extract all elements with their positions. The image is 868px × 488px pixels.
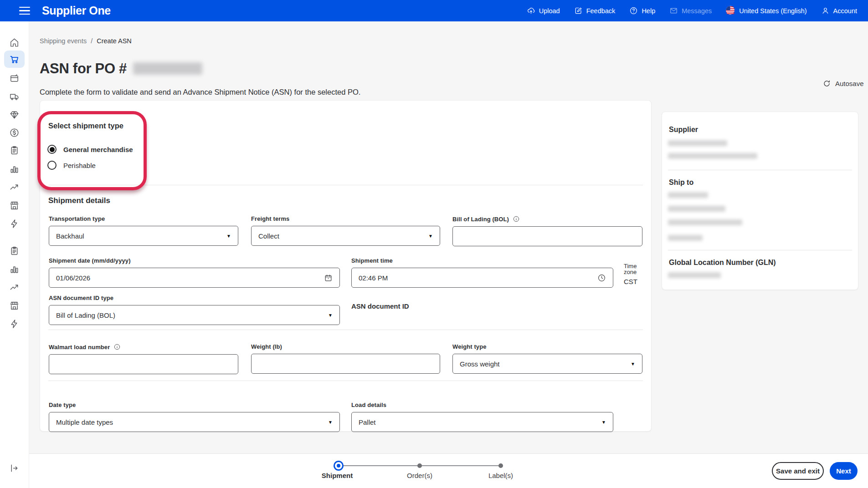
breadcrumb-create-asn: Create ASN	[97, 37, 132, 45]
info-icon[interactable]	[113, 343, 121, 351]
package-icon	[9, 73, 20, 83]
sidebar-item-clipboard[interactable]	[9, 145, 20, 156]
diamond-icon	[9, 110, 20, 120]
asn-document-id-type-select[interactable]: Bill of Lading (BOL) ▼	[49, 305, 340, 325]
step-dot-shipment[interactable]	[334, 461, 344, 471]
help-button[interactable]: Help	[629, 6, 655, 15]
sidebar	[0, 21, 29, 488]
account-icon	[821, 6, 830, 15]
freight-terms-select[interactable]: Collect ▼	[251, 226, 440, 246]
shipment-details-heading: Shipment details	[48, 196, 110, 205]
sidebar-item-cart[interactable]	[9, 54, 20, 65]
weight-type-select[interactable]: Gross weight ▼	[452, 354, 642, 374]
sidebar-item-truck[interactable]	[9, 92, 20, 102]
chevron-down-icon: ▼	[226, 234, 231, 239]
sidebar-item-bar-chart[interactable]	[9, 164, 20, 174]
supplier-heading: Supplier	[669, 126, 698, 134]
sidebar-item-diamond[interactable]	[9, 110, 20, 120]
asn-form-card: Select shipment type General merchandise…	[40, 100, 652, 432]
sidebar-item-bar-chart-2[interactable]	[9, 264, 20, 274]
cloud-upload-icon	[527, 6, 535, 15]
sidebar-item-trend[interactable]	[9, 182, 20, 193]
chevron-down-icon: ▼	[428, 234, 433, 239]
redacted-gln-value	[668, 272, 721, 278]
chevron-down-icon: ▼	[601, 420, 606, 425]
section-divider	[48, 330, 643, 330]
us-flag-icon	[726, 6, 735, 15]
bar-chart-icon	[9, 264, 20, 274]
weight-type-field: Weight type Gross weight ▼	[452, 343, 642, 374]
radio-perishable[interactable]: Perishable	[47, 161, 96, 170]
walmart-load-number-field: Walmart load number	[49, 343, 238, 374]
redacted-supplier-id	[668, 153, 757, 159]
step-dot-labels[interactable]	[498, 463, 503, 468]
next-button[interactable]: Next	[830, 462, 858, 480]
upload-button[interactable]: Upload	[527, 6, 560, 15]
cart-icon	[9, 54, 20, 65]
sidebar-item-lightning-2[interactable]	[9, 319, 20, 329]
shipment-time-input[interactable]: 02:46 PM	[351, 268, 613, 288]
calendar-icon[interactable]	[324, 274, 333, 282]
store-icon	[9, 300, 20, 311]
sidebar-item-home[interactable]	[9, 37, 20, 48]
locale-selector[interactable]: United States (English)	[726, 6, 806, 15]
redacted-po-number	[133, 62, 202, 75]
trend-arrow-icon	[9, 182, 20, 193]
shipment-time-field: Shipment time 02:46 PM	[351, 257, 613, 288]
messages-button[interactable]: Messages	[669, 6, 712, 15]
freight-terms-field: Freight terms Collect ▼	[251, 215, 440, 246]
breadcrumb-separator: /	[91, 37, 92, 45]
transportation-type-select[interactable]: Backhaul ▼	[49, 226, 238, 246]
date-type-field: Date type Multiple date types ▼	[49, 402, 340, 432]
save-and-exit-button[interactable]: Save and exit	[772, 462, 824, 480]
lightning-icon	[9, 319, 20, 329]
sidebar-item-clipboard-2[interactable]	[9, 246, 20, 256]
feedback-button[interactable]: Feedback	[574, 6, 616, 15]
collapse-panel-icon	[9, 463, 20, 473]
trend-arrow-icon	[9, 282, 20, 293]
walmart-load-number-input[interactable]	[49, 354, 238, 374]
shipment-date-input[interactable]: 01/06/2026	[49, 268, 340, 288]
radio-general-merchandise[interactable]: General merchandise	[47, 145, 133, 154]
sidebar-item-payments[interactable]	[9, 127, 20, 138]
load-details-select[interactable]: Pallet ▼	[351, 412, 613, 432]
asn-document-id-label: ASN document ID	[351, 302, 409, 310]
transportation-type-field: Transportation type Backhaul ▼	[49, 215, 238, 246]
menu-button[interactable]	[19, 7, 30, 15]
account-button[interactable]: Account	[821, 6, 857, 15]
bottom-action-bar: Shipment Order(s) Label(s) Save and exit…	[29, 453, 868, 488]
redacted-supplier-name	[668, 140, 727, 146]
sidebar-item-lightning[interactable]	[9, 219, 20, 229]
sidebar-item-store[interactable]	[9, 200, 20, 211]
bar-chart-icon	[9, 164, 20, 174]
date-type-select[interactable]: Multiple date types ▼	[49, 412, 340, 432]
bill-of-lading-input[interactable]	[452, 226, 642, 246]
collapse-sidebar-button[interactable]	[9, 463, 20, 473]
top-nav: Upload Feedback Help Messages United Sta…	[527, 6, 857, 15]
shipment-type-heading: Select shipment type	[48, 122, 123, 130]
asn-document-id-type-field: ASN document ID type Bill of Lading (BOL…	[49, 295, 340, 325]
step-dot-orders[interactable]	[417, 463, 422, 468]
brand-logo[interactable]: Supplier One	[42, 4, 111, 17]
chevron-down-icon: ▼	[328, 420, 333, 425]
breadcrumb-shipping-events[interactable]: Shipping events	[40, 37, 87, 45]
step-label-orders: Order(s)	[388, 472, 452, 479]
page-subtitle: Complete the form to validate and send a…	[40, 88, 360, 97]
redacted-ship-to-line	[668, 235, 703, 241]
autosave-indicator[interactable]: Autosave	[822, 79, 864, 88]
clipboard-icon	[9, 246, 20, 256]
gln-heading: Global Location Number (GLN)	[669, 259, 776, 267]
step-label-labels: Label(s)	[469, 472, 533, 479]
info-icon[interactable]	[513, 215, 520, 223]
redacted-ship-to-line	[668, 206, 725, 212]
time-zone-display: Time zone CST	[624, 263, 651, 285]
sidebar-item-trend-2[interactable]	[9, 282, 20, 293]
chevron-down-icon: ▼	[328, 313, 333, 318]
radio-unselected-icon	[47, 161, 56, 170]
sidebar-item-store-2[interactable]	[9, 300, 20, 311]
chevron-down-icon: ▼	[631, 361, 635, 366]
sidebar-item-package[interactable]	[9, 73, 20, 83]
summary-divider	[668, 250, 852, 250]
weight-input[interactable]	[251, 354, 440, 374]
clock-icon[interactable]	[597, 274, 606, 282]
